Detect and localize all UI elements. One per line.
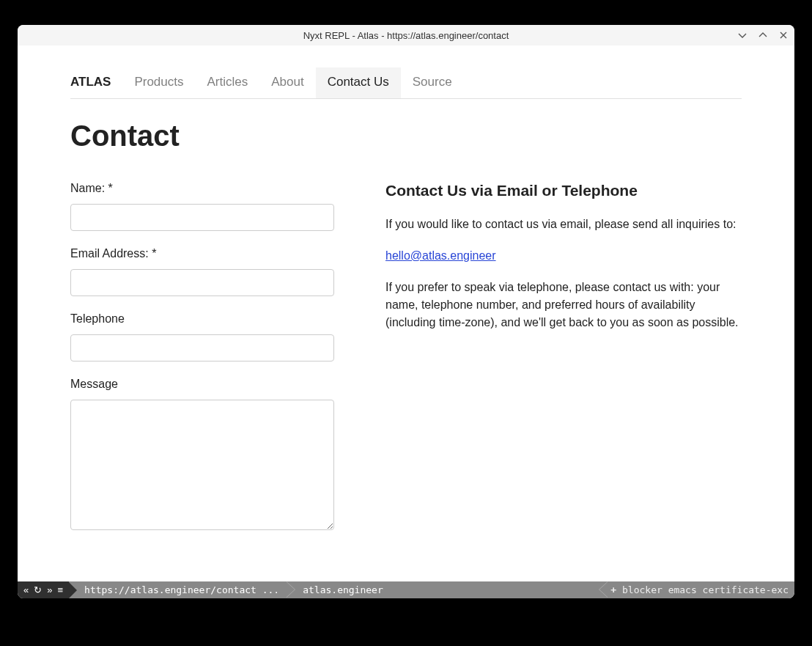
history-forward-button[interactable]: » xyxy=(47,584,52,595)
nav-contact-us[interactable]: Contact Us xyxy=(316,67,401,98)
history-back-button[interactable]: « xyxy=(23,584,29,595)
status-url[interactable]: https://atlas.engineer/contact ... xyxy=(77,581,287,598)
contact-info-intro: If you would like to contact us via emai… xyxy=(385,216,742,233)
window-minimize-button[interactable] xyxy=(736,29,749,42)
contact-info: Contact Us via Email or Telephone If you… xyxy=(385,182,742,549)
window-maximize-button[interactable] xyxy=(756,29,769,42)
browser-window: Nyxt REPL - Atlas - https://atlas.engine… xyxy=(18,25,794,598)
page-title: Contact xyxy=(70,120,742,153)
page-viewport[interactable]: ATLAS Products Articles About Contact Us… xyxy=(18,45,794,581)
window-close-button[interactable] xyxy=(777,29,790,42)
nav-source[interactable]: Source xyxy=(401,67,464,98)
message-textarea[interactable] xyxy=(70,400,334,530)
contact-info-telephone: If you prefer to speak via telephone, pl… xyxy=(385,279,742,331)
nav-articles[interactable]: Articles xyxy=(196,67,260,98)
contact-form: Name: * Email Address: * Telephone xyxy=(70,182,334,549)
telephone-label: Telephone xyxy=(70,312,334,326)
window-titlebar: Nyxt REPL - Atlas - https://atlas.engine… xyxy=(18,25,794,45)
window-title: Nyxt REPL - Atlas - https://atlas.engine… xyxy=(18,30,794,41)
status-modes[interactable]: blocker emacs certificate-exc xyxy=(622,584,789,595)
email-label: Email Address: * xyxy=(70,247,334,260)
site-nav: ATLAS Products Articles About Contact Us… xyxy=(70,67,742,99)
telephone-input[interactable] xyxy=(70,334,334,361)
email-input[interactable] xyxy=(70,269,334,296)
nav-about[interactable]: About xyxy=(259,67,315,98)
reload-button[interactable]: ↻ xyxy=(34,584,42,595)
nav-brand[interactable]: ATLAS xyxy=(70,67,122,98)
nav-products[interactable]: Products xyxy=(122,67,195,98)
message-label: Message xyxy=(70,378,334,391)
name-label: Name: * xyxy=(70,182,334,195)
name-input[interactable] xyxy=(70,204,334,231)
modes-add-button[interactable]: + xyxy=(610,584,616,595)
status-domain[interactable]: atlas.engineer xyxy=(295,581,391,598)
contact-email-link[interactable]: hello@atlas.engineer xyxy=(385,249,496,263)
menu-button[interactable]: ≡ xyxy=(57,584,63,595)
status-bar: « ↻ » ≡ https://atlas.engineer/contact .… xyxy=(18,581,794,598)
contact-info-heading: Contact Us via Email or Telephone xyxy=(385,182,742,199)
